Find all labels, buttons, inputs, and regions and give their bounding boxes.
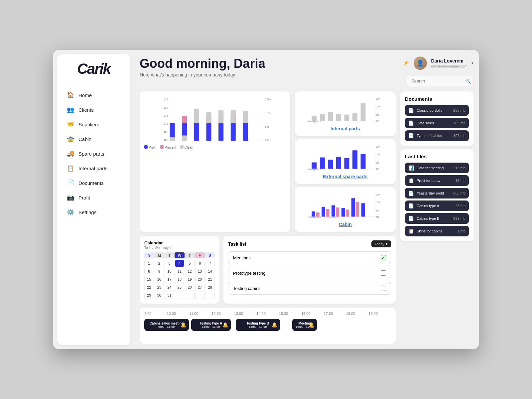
app-window: Carik 🏠Home👥Clients🤝Suppliers🚖Cabin🚚Spar…	[53, 50, 479, 349]
cal-day-2[interactable]: 2	[155, 260, 164, 267]
doc-left-2: 📄 Types of cabins	[408, 133, 442, 138]
cal-day-26[interactable]: 26	[185, 284, 195, 291]
file-item-5[interactable]: 📋 Skins for cabins 1 mb	[405, 226, 469, 236]
sidebar-item-suppliers[interactable]: 🤝Suppliers	[63, 117, 125, 132]
user-info: Daria Lovereni darialover@gmail.com	[431, 58, 467, 68]
task-checkbox-1[interactable]	[381, 270, 386, 276]
file-item-2[interactable]: 📄 Yeasterday profit 666 mb	[405, 188, 469, 199]
cabin-chart: 15% 10% 5% 0%	[295, 187, 396, 232]
cal-day-19[interactable]: 19	[185, 276, 195, 283]
cal-day-12[interactable]: 12	[185, 268, 195, 275]
doc-icon-1: 📄	[408, 120, 414, 126]
sidebar-item-home[interactable]: 🏠Home	[63, 88, 125, 102]
documents-icon: 📄	[66, 179, 74, 187]
cal-day-21[interactable]: 21	[205, 276, 215, 283]
logo: Carik	[63, 61, 125, 77]
sidebar-item-profit[interactable]: 📷Profit	[63, 190, 125, 205]
task-label-2: Testing cabins	[233, 286, 260, 291]
svg-rect-48	[320, 158, 325, 169]
cal-day-1[interactable]: 1	[144, 260, 154, 267]
calendar-card: Calendar Today, Wensday 4 S M T W T F S …	[140, 236, 219, 304]
svg-text:• Indulgences: • Indulgences	[308, 120, 321, 123]
svg-text:15%: 15%	[265, 98, 271, 101]
cal-day-24[interactable]: 24	[165, 284, 174, 291]
cal-day-20[interactable]: 20	[195, 276, 205, 283]
chevron-down-icon[interactable]: ▾	[471, 61, 473, 66]
cal-day-31[interactable]: 31	[165, 292, 174, 299]
svg-rect-22	[218, 110, 223, 123]
cal-day-16[interactable]: 16	[155, 276, 164, 283]
search-icon[interactable]: 🔍	[465, 78, 471, 84]
file-item-3[interactable]: 📄 Cabins type A 23 mb	[405, 200, 469, 211]
sidebar-item-cabin[interactable]: 🚖Cabin	[63, 132, 125, 146]
task-checkbox-0[interactable]: ✓	[381, 255, 386, 260]
sidebar-label-cabin: Cabin	[78, 136, 91, 142]
timeline-hour-9:00: 9:00	[144, 312, 167, 316]
doc-item-0[interactable]: 📄 Classic portfolio 256 mb	[405, 105, 469, 116]
file-item-1[interactable]: 📋 Profit for today 13 mb	[405, 175, 469, 186]
cal-day-11[interactable]: 11	[175, 268, 185, 275]
timeline-event-2[interactable]: Testing type B 13:00 - 15:00 🔔	[236, 319, 280, 331]
cal-day-25[interactable]: 25	[175, 284, 185, 291]
doc-left-0: 📄 Classic portfolio	[408, 108, 443, 113]
doc-icon-0: 📄	[408, 108, 414, 113]
cal-day-14[interactable]: 14	[205, 268, 215, 275]
cal-empty	[205, 292, 215, 299]
cal-day-18[interactable]: 18	[175, 276, 185, 283]
svg-rect-16	[194, 109, 199, 123]
cal-day-23[interactable]: 23	[155, 284, 164, 291]
cal-day-17[interactable]: 17	[165, 276, 174, 283]
timeline: 9:0010:0011:0012:0013:0014:0015:0016:001…	[140, 308, 396, 344]
sidebar-label-suppliers: Suppliers	[78, 122, 99, 127]
cal-day-27[interactable]: 27	[195, 284, 205, 291]
timeline-event-1[interactable]: Testing type A 11:00 - 13:00 🔔	[191, 319, 231, 331]
cal-day-6[interactable]: 6	[195, 260, 205, 267]
internal-parts-icon: 📋	[66, 165, 74, 172]
cabin-svg: 15% 10% 5% 0%	[300, 192, 391, 218]
cal-day-13[interactable]: 13	[195, 268, 205, 275]
cal-day-9[interactable]: 9	[155, 268, 164, 275]
chart-legend: Profit Procent Clean	[144, 145, 286, 149]
file-item-0[interactable]: 📊 Data for meeting 213 mb	[405, 163, 469, 173]
timeline-hour-13:00: 13:00	[234, 312, 256, 316]
svg-rect-65	[336, 207, 339, 217]
cal-day-8[interactable]: 8	[144, 268, 154, 275]
cal-day-3[interactable]: 3	[165, 260, 174, 267]
search-input[interactable]	[407, 76, 473, 86]
cal-day-15[interactable]: 15	[144, 276, 154, 283]
doc-item-2[interactable]: 📄 Types of cabins 897 mb	[405, 130, 469, 141]
calendar-subtitle: Today, Wensday 4	[144, 246, 215, 250]
internal-parts-chart: 15% 10% 5% 0% • I	[295, 91, 396, 136]
svg-rect-25	[231, 110, 236, 123]
doc-item-1[interactable]: 📄 Data sales 789 mb	[405, 118, 469, 128]
svg-text:0%: 0%	[375, 120, 379, 123]
task-checkbox-2[interactable]	[381, 286, 386, 291]
cal-day-7[interactable]: 7	[205, 260, 215, 267]
file-icon-4: 📄	[408, 216, 414, 221]
sidebar-item-settings[interactable]: ⚙️Settings	[63, 205, 125, 219]
cal-day-4[interactable]: 4	[175, 260, 185, 267]
day-sun: S	[144, 252, 154, 258]
cal-day-10[interactable]: 10	[165, 268, 174, 275]
svg-rect-39	[352, 113, 357, 121]
cal-day-5[interactable]: 5	[185, 260, 195, 267]
legend-procent: Procent	[160, 145, 176, 149]
sidebar-item-internal-parts[interactable]: 📋Internal parts	[63, 161, 125, 176]
file-item-4[interactable]: 📄 Cabins type B 999 mb	[405, 213, 469, 224]
today-button[interactable]: Today ▾	[371, 240, 391, 247]
sidebar-item-spare-parts[interactable]: 🚚Spare parts	[63, 146, 125, 161]
timeline-event-0[interactable]: Cabins sales meeting 9:00 - 11:00 🔔	[144, 319, 189, 331]
sidebar-item-clients[interactable]: 👥Clients	[63, 102, 125, 117]
svg-text:0%: 0%	[265, 138, 269, 142]
cal-day-22[interactable]: 22	[144, 284, 154, 291]
bell-icon-2: 🔔	[272, 322, 277, 328]
cal-day-29[interactable]: 29	[144, 292, 154, 299]
cal-day-30[interactable]: 30	[155, 292, 164, 299]
mid-row: Calendar Today, Wensday 4 S M T W T F S …	[140, 236, 396, 304]
sidebar-item-documents[interactable]: 📄Documents	[63, 176, 125, 190]
cal-day-28[interactable]: 28	[205, 284, 215, 291]
timeline-event-3[interactable]: Meeting 16:00 - 17:00 🔔	[292, 319, 317, 331]
doc-size-0: 256 mb	[453, 108, 466, 112]
file-name-2: Yeasterday profit	[417, 191, 444, 195]
svg-rect-38	[344, 114, 349, 121]
